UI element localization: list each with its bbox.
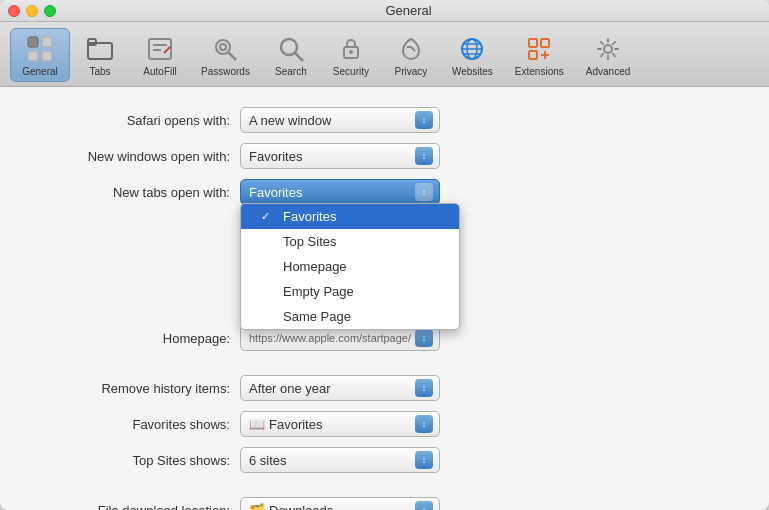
file-download-dropdown[interactable]: 🗂️ Downloads ↕ xyxy=(240,497,440,510)
svg-point-15 xyxy=(349,50,353,54)
popup-item-topsites-label: Top Sites xyxy=(283,234,336,249)
toolbar-item-advanced[interactable]: Advanced xyxy=(575,28,641,82)
popup-item-samepage[interactable]: Same Page xyxy=(241,304,459,329)
file-download-label: File download location: xyxy=(20,503,240,511)
new-windows-value: Favorites xyxy=(249,149,415,164)
svg-line-10 xyxy=(228,52,236,60)
safari-opens-with-control: A new window ↕ xyxy=(240,107,440,133)
file-download-value: Downloads xyxy=(269,503,415,511)
toolbar-item-autofill[interactable]: AutoFill xyxy=(130,28,190,82)
privacy-label: Privacy xyxy=(395,66,428,77)
svg-point-11 xyxy=(220,44,226,50)
file-download-control: 🗂️ Downloads ↕ xyxy=(240,497,440,510)
window-title: General xyxy=(56,3,761,18)
new-tabs-label: New tabs open with: xyxy=(20,185,240,200)
toolbar-item-search[interactable]: Search xyxy=(261,28,321,82)
new-tabs-popup: ✓ Favorites Top Sites Homepage Empty Pag… xyxy=(240,203,460,330)
safari-opens-with-dropdown[interactable]: A new window ↕ xyxy=(240,107,440,133)
new-windows-dropdown[interactable]: Favorites ↕ xyxy=(240,143,440,169)
favorites-shows-control: 📖 Favorites ↕ xyxy=(240,411,440,437)
tabs-label: Tabs xyxy=(89,66,110,77)
autofill-icon xyxy=(144,33,176,65)
autofill-label: AutoFill xyxy=(143,66,176,77)
homepage-value: https://www.apple.com/startpage/ xyxy=(249,332,415,344)
toolbar-item-tabs[interactable]: Tabs xyxy=(70,28,130,82)
close-button[interactable] xyxy=(8,5,20,17)
svg-line-17 xyxy=(411,47,415,51)
folder-icon: 🗂️ xyxy=(249,503,265,511)
popup-item-emptypage[interactable]: Empty Page xyxy=(241,279,459,304)
remove-history-arrow: ↕ xyxy=(415,379,433,397)
websites-label: Websites xyxy=(452,66,493,77)
minimize-button[interactable] xyxy=(26,5,38,17)
security-icon xyxy=(335,33,367,65)
svg-point-9 xyxy=(216,40,230,54)
new-windows-row: New windows open with: Favorites ↕ xyxy=(20,143,749,169)
safari-opens-with-row: Safari opens with: A new window ↕ xyxy=(20,107,749,133)
popup-item-favorites-label: Favorites xyxy=(283,209,336,224)
favorites-shows-dropdown[interactable]: 📖 Favorites ↕ xyxy=(240,411,440,437)
general-icon xyxy=(24,33,56,65)
spacer-1 xyxy=(20,361,749,375)
maximize-button[interactable] xyxy=(44,5,56,17)
safari-opens-with-arrow: ↕ xyxy=(415,111,433,129)
top-sites-arrow: ↕ xyxy=(415,451,433,469)
favorites-book-icon: 📖 xyxy=(249,417,265,432)
new-windows-arrow: ↕ xyxy=(415,147,433,165)
content-area: Safari opens with: A new window ↕ New wi… xyxy=(0,87,769,510)
homepage-arrow: ↕ xyxy=(415,329,433,347)
toolbar-item-privacy[interactable]: Privacy xyxy=(381,28,441,82)
safari-opens-with-value: A new window xyxy=(249,113,415,128)
new-tabs-dropdown[interactable]: Favorites ↕ xyxy=(240,179,440,205)
remove-history-value: After one year xyxy=(249,381,415,396)
toolbar-item-general[interactable]: General xyxy=(10,28,70,82)
privacy-icon xyxy=(395,33,427,65)
svg-rect-23 xyxy=(529,39,537,47)
svg-rect-1 xyxy=(42,37,52,47)
svg-line-13 xyxy=(295,53,303,61)
svg-point-12 xyxy=(281,39,297,55)
svg-rect-3 xyxy=(42,51,52,61)
advanced-icon xyxy=(592,33,624,65)
new-windows-label: New windows open with: xyxy=(20,149,240,164)
websites-icon xyxy=(456,33,488,65)
top-sites-dropdown[interactable]: 6 sites ↕ xyxy=(240,447,440,473)
svg-rect-25 xyxy=(529,51,537,59)
toolbar-item-websites[interactable]: Websites xyxy=(441,28,504,82)
toolbar-item-extensions[interactable]: Extensions xyxy=(504,28,575,82)
toolbar-item-security[interactable]: Security xyxy=(321,28,381,82)
new-windows-control: Favorites ↕ xyxy=(240,143,440,169)
remove-history-dropdown[interactable]: After one year ↕ xyxy=(240,375,440,401)
top-sites-control: 6 sites ↕ xyxy=(240,447,440,473)
extensions-icon xyxy=(523,33,555,65)
homepage-label: Homepage: xyxy=(20,331,240,346)
svg-point-26 xyxy=(604,45,612,53)
general-label: General xyxy=(22,66,58,77)
security-label: Security xyxy=(333,66,369,77)
safari-opens-with-label: Safari opens with: xyxy=(20,113,240,128)
toolbar: General Tabs AutoFill xyxy=(0,22,769,87)
favorites-shows-row: Favorites shows: 📖 Favorites ↕ xyxy=(20,411,749,437)
file-download-arrow: ↕ xyxy=(415,501,433,510)
search-label: Search xyxy=(275,66,307,77)
new-tabs-row: New tabs open with: Favorites ↕ ✓ Favori… xyxy=(20,179,749,205)
popup-item-topsites[interactable]: Top Sites xyxy=(241,229,459,254)
favorites-shows-label: Favorites shows: xyxy=(20,417,240,432)
top-sites-row: Top Sites shows: 6 sites ↕ xyxy=(20,447,749,473)
titlebar: General xyxy=(0,0,769,22)
top-sites-value: 6 sites xyxy=(249,453,415,468)
popup-item-samepage-label: Same Page xyxy=(283,309,351,324)
remove-history-label: Remove history items: xyxy=(20,381,240,396)
favorites-shows-arrow: ↕ xyxy=(415,415,433,433)
passwords-icon xyxy=(209,33,241,65)
file-download-row: File download location: 🗂️ Downloads ↕ xyxy=(20,497,749,510)
popup-item-homepage[interactable]: Homepage xyxy=(241,254,459,279)
toolbar-item-passwords[interactable]: Passwords xyxy=(190,28,261,82)
search-icon xyxy=(275,33,307,65)
svg-rect-0 xyxy=(28,37,38,47)
new-tabs-value: Favorites xyxy=(249,185,415,200)
check-icon-favorites: ✓ xyxy=(261,210,275,223)
popup-item-emptypage-label: Empty Page xyxy=(283,284,354,299)
tabs-icon xyxy=(84,33,116,65)
popup-item-favorites[interactable]: ✓ Favorites xyxy=(241,204,459,229)
